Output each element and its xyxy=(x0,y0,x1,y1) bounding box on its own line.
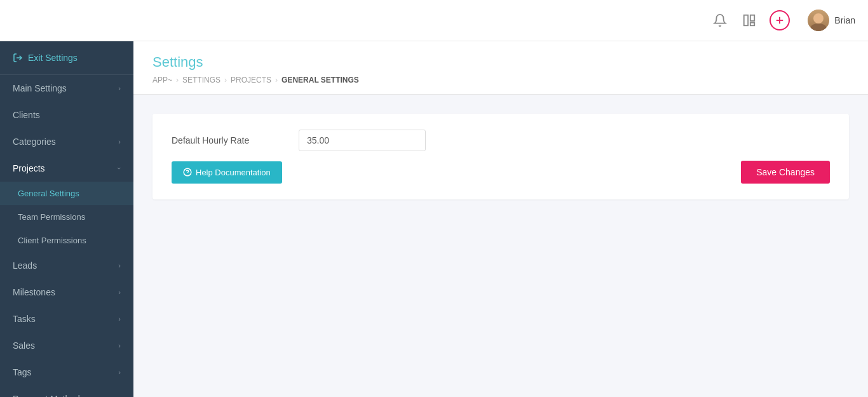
breadcrumb: APP~ › SETTINGS › PROJECTS › GENERAL SET… xyxy=(153,76,849,84)
chevron-icon: › xyxy=(118,288,121,296)
header-icons: Brian xyxy=(711,10,855,31)
sidebar-label-tags: Tags xyxy=(13,367,32,377)
add-button[interactable] xyxy=(770,10,790,30)
exit-settings-label: Exit Settings xyxy=(28,53,78,63)
breadcrumb-sep2: › xyxy=(224,76,227,84)
chevron-icon: › xyxy=(118,342,121,349)
sidebar-label-clients: Clients xyxy=(13,110,40,120)
form-section: Default Hourly Rate Help Documentation S… xyxy=(153,114,849,199)
sidebar-label-main-settings: Main Settings xyxy=(13,83,67,93)
sidebar-sub-item-team-permissions[interactable]: Team Permissions xyxy=(0,205,133,229)
sidebar-label-milestones: Milestones xyxy=(13,287,55,297)
breadcrumb-sep1: › xyxy=(176,76,179,84)
sidebar-label-sales: Sales xyxy=(13,340,35,351)
breadcrumb-app: APP~ xyxy=(153,76,172,84)
sidebar-item-clients[interactable]: Clients xyxy=(0,102,133,128)
hourly-rate-row: Default Hourly Rate xyxy=(172,130,830,151)
sidebar-item-sales[interactable]: Sales › xyxy=(0,332,133,359)
exit-settings-button[interactable]: Exit Settings xyxy=(0,41,133,75)
sidebar-label-categories: Categories xyxy=(13,137,56,147)
sidebar-label-projects: Projects xyxy=(13,163,45,173)
hourly-rate-input[interactable] xyxy=(299,130,426,151)
notification-icon[interactable] xyxy=(711,11,729,29)
chevron-icon: › xyxy=(118,262,121,269)
layout: Exit Settings Main Settings › Clients Ca… xyxy=(0,41,868,397)
main-content: Settings APP~ › SETTINGS › PROJECTS › GE… xyxy=(133,41,868,397)
avatar xyxy=(808,10,829,31)
chevron-icon: › xyxy=(118,84,121,92)
sidebar-label-payment-methods: Payment Methods xyxy=(13,394,85,397)
actions-row: Help Documentation Save Changes xyxy=(172,161,830,184)
user-menu[interactable]: Brian xyxy=(808,10,855,31)
sidebar-sub-item-client-permissions[interactable]: Client Permissions xyxy=(0,229,133,252)
content-body: Default Hourly Rate Help Documentation S… xyxy=(133,95,868,231)
help-btn-label: Help Documentation xyxy=(196,168,271,177)
chevron-icon: › xyxy=(116,167,123,170)
breadcrumb-settings: SETTINGS xyxy=(182,76,220,84)
chevron-icon: › xyxy=(118,315,121,323)
help-documentation-button[interactable]: Help Documentation xyxy=(172,161,282,184)
svg-rect-1 xyxy=(750,15,754,21)
breadcrumb-projects: PROJECTS xyxy=(231,76,271,84)
hourly-rate-label: Default Hourly Rate xyxy=(172,135,299,145)
top-header: Brian xyxy=(0,0,868,41)
save-changes-button[interactable]: Save Changes xyxy=(741,161,830,184)
breadcrumb-current: GENERAL SETTINGS xyxy=(281,76,359,84)
page-title: Settings xyxy=(153,54,849,71)
sidebar-item-main-settings[interactable]: Main Settings › xyxy=(0,75,133,102)
sidebar-item-projects[interactable]: Projects › xyxy=(0,155,133,182)
sidebar-label-leads: Leads xyxy=(13,260,37,271)
sidebar-item-leads[interactable]: Leads › xyxy=(0,252,133,279)
svg-rect-2 xyxy=(750,23,754,26)
content-header: Settings APP~ › SETTINGS › PROJECTS › GE… xyxy=(133,41,868,95)
sidebar-item-categories[interactable]: Categories › xyxy=(0,128,133,155)
svg-rect-0 xyxy=(744,15,748,26)
sidebar-item-tags[interactable]: Tags › xyxy=(0,359,133,386)
sidebar-label-tasks: Tasks xyxy=(13,314,36,324)
sidebar: Exit Settings Main Settings › Clients Ca… xyxy=(0,41,133,397)
sidebar-item-tasks[interactable]: Tasks › xyxy=(0,306,133,332)
chevron-icon: › xyxy=(118,138,121,145)
sidebar-item-milestones[interactable]: Milestones › xyxy=(0,279,133,306)
breadcrumb-sep3: › xyxy=(275,76,278,84)
username: Brian xyxy=(834,15,855,25)
chevron-icon: › xyxy=(118,368,121,376)
sidebar-item-payment-methods[interactable]: Payment Methods › xyxy=(0,386,133,397)
sidebar-sub-item-general-settings[interactable]: General Settings xyxy=(0,182,133,205)
layout-icon[interactable] xyxy=(740,11,758,29)
